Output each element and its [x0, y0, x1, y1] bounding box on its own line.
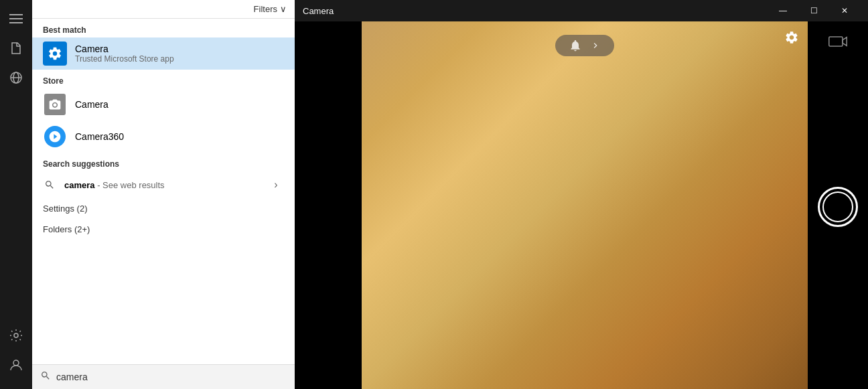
- store-camera-title: Camera: [75, 99, 284, 110]
- camera-app-title: Camera: [75, 44, 284, 54]
- suggestion-arrow-icon: ›: [268, 177, 284, 193]
- camera-app-icon: [43, 42, 67, 66]
- search-suggestions-label: Search suggestions: [32, 153, 295, 171]
- svg-point-6: [14, 333, 18, 337]
- settings-collapsed-section[interactable]: Settings (2): [32, 198, 295, 219]
- start-menu-panel: Filters ∨ Best match Camera Trusted Micr…: [32, 0, 295, 389]
- hamburger-menu-icon[interactable]: [3, 5, 29, 32]
- camera-window: Camera — ☐ ✕: [295, 0, 868, 389]
- svg-rect-8: [829, 37, 843, 46]
- camera-left-strip: [295, 21, 362, 389]
- capture-button-inner: [822, 191, 853, 222]
- search-input[interactable]: [56, 372, 287, 382]
- capture-button[interactable]: [818, 187, 858, 227]
- camera-control-pill[interactable]: [555, 35, 614, 56]
- chevron-down-icon: ∨: [280, 4, 287, 14]
- globe-icon[interactable]: [3, 64, 29, 91]
- camera-settings-button[interactable]: [781, 27, 802, 48]
- close-button[interactable]: ✕: [829, 0, 860, 21]
- search-results-list: Best match Camera Trusted Microsoft Stor…: [32, 19, 295, 364]
- titlebar-controls: — ☐ ✕: [768, 0, 860, 21]
- search-box-icon: [40, 370, 51, 384]
- suggestion-keyword: camera: [64, 180, 95, 190]
- camera-titlebar: Camera — ☐ ✕: [295, 0, 868, 21]
- search-suggestion-icon: [43, 178, 56, 191]
- folders-collapsed-section[interactable]: Folders (2+): [32, 219, 295, 240]
- camera-app-text: Camera Trusted Microsoft Store app: [75, 44, 284, 64]
- document-icon[interactable]: [3, 35, 29, 62]
- user-icon[interactable]: [3, 352, 29, 378]
- svg-rect-0: [9, 14, 23, 15]
- camera-app-subtitle: Trusted Microsoft Store app: [75, 54, 284, 64]
- store-camera360-item[interactable]: Camera360: [32, 121, 295, 153]
- best-match-label: Best match: [32, 19, 295, 37]
- settings-section-label: Settings (2): [43, 204, 87, 214]
- svg-rect-2: [9, 22, 23, 23]
- video-mode-icon[interactable]: [828, 35, 847, 51]
- camera-viewport: [295, 21, 868, 389]
- store-camera360-title: Camera360: [75, 131, 284, 142]
- filters-label: Filters: [254, 4, 277, 14]
- filters-button[interactable]: Filters ∨: [254, 4, 287, 14]
- store-camera-item[interactable]: Camera: [32, 88, 295, 121]
- svg-rect-1: [9, 18, 23, 19]
- taskbar: [0, 0, 32, 389]
- search-suggestion-camera[interactable]: camera - See web results ›: [32, 171, 295, 198]
- settings-icon[interactable]: [3, 322, 29, 349]
- camera-window-title: Camera: [303, 6, 334, 16]
- see-web-results-text: - See web results: [97, 180, 164, 190]
- store-camera360-text: Camera360: [75, 131, 284, 142]
- store-camera-icon: [43, 92, 67, 116]
- minimize-button[interactable]: —: [768, 0, 798, 21]
- camera-right-strip: [808, 21, 868, 389]
- folders-section-label: Folders (2+): [43, 224, 90, 234]
- suggestion-text: camera - See web results: [64, 180, 260, 190]
- search-box: [32, 364, 295, 389]
- svg-point-7: [13, 360, 19, 366]
- store-camera360-icon: [43, 125, 67, 149]
- store-label: Store: [32, 70, 295, 88]
- best-match-camera-item[interactable]: Camera Trusted Microsoft Store app: [32, 37, 295, 70]
- camera-feed: [362, 21, 808, 389]
- filters-bar: Filters ∨: [32, 0, 295, 19]
- store-camera-text: Camera: [75, 99, 284, 110]
- maximize-button[interactable]: ☐: [798, 0, 829, 21]
